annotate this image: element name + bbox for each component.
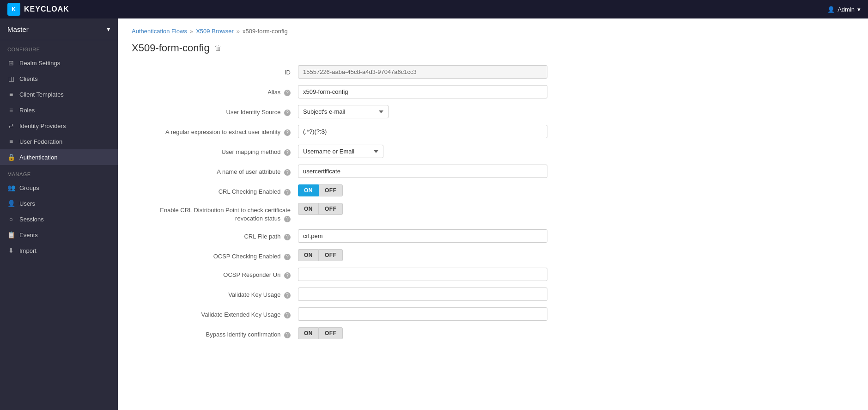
sidebar-item-realm-settings[interactable]: ⊞ Realm Settings [0, 55, 118, 71]
crl-distribution-off-btn[interactable]: OFF [319, 203, 343, 215]
sidebar-item-import[interactable]: ⬇ Import [0, 243, 118, 258]
bypass-identity-control: ON OFF [298, 327, 547, 339]
ocsp-responder-input[interactable] [298, 268, 547, 281]
ocsp-checking-off-btn[interactable]: OFF [319, 249, 343, 261]
regex-row: A regular expression to extract user ide… [132, 125, 547, 138]
id-label: ID [132, 65, 298, 77]
crl-checking-on-btn[interactable]: ON [298, 184, 319, 196]
sidebar-item-clients[interactable]: ◫ Clients [0, 71, 118, 86]
sidebar-item-sessions[interactable]: ○ Sessions [0, 211, 118, 227]
realm-name: Master [7, 25, 29, 33]
sidebar-item-events[interactable]: 📋 Events [0, 227, 118, 243]
alias-help-icon[interactable]: ? [284, 90, 291, 96]
crl-file-path-input[interactable] [298, 229, 547, 243]
delete-icon[interactable]: 🗑 [214, 44, 222, 52]
client-templates-icon: ≡ [7, 91, 15, 98]
authentication-icon: 🔒 [7, 153, 15, 161]
validate-key-usage-help-icon[interactable]: ? [284, 292, 291, 299]
breadcrumb-link-auth-flows[interactable]: Authentication Flows [132, 28, 187, 35]
crl-distribution-label: Enable CRL Distribution Point to check c… [132, 203, 298, 223]
breadcrumb-link-x509-browser[interactable]: X509 Browser [196, 28, 234, 35]
bypass-identity-on-btn[interactable]: ON [298, 327, 319, 339]
crl-checking-off-btn[interactable]: OFF [319, 184, 343, 196]
crl-distribution-row: Enable CRL Distribution Point to check c… [132, 203, 547, 223]
breadcrumb-sep-2: » [237, 28, 240, 35]
alias-control [298, 85, 547, 98]
user-attribute-row: A name of user attribute ? [132, 165, 547, 178]
alias-input[interactable] [298, 85, 547, 98]
sidebar-item-groups[interactable]: 👥 Groups [0, 180, 118, 196]
user-identity-source-help-icon[interactable]: ? [284, 110, 291, 116]
topbar: K KEYCLOAK 👤 Admin ▾ [0, 0, 868, 18]
crl-distribution-on-btn[interactable]: ON [298, 203, 319, 215]
realm-settings-icon: ⊞ [7, 59, 15, 67]
regex-control [298, 125, 547, 138]
validate-key-usage-input[interactable] [298, 288, 547, 301]
crl-file-path-control [298, 229, 547, 243]
validate-key-usage-label: Validate Key Usage ? [132, 288, 298, 299]
bypass-identity-toggle: ON OFF [298, 327, 547, 339]
validate-key-usage-row: Validate Key Usage ? [132, 288, 547, 301]
bypass-identity-row: Bypass identity confirmation ? ON OFF [132, 327, 547, 339]
ocsp-checking-label: OCSP Checking Enabled ? [132, 249, 298, 261]
bypass-identity-off-btn[interactable]: OFF [319, 327, 343, 339]
sidebar: Master ▾ Configure ⊞ Realm Settings ◫ Cl… [0, 18, 118, 410]
user-mapping-method-select[interactable]: Username or Email Custom Attribute Mappe… [298, 145, 383, 158]
ocsp-responder-control [298, 268, 547, 281]
configure-section-label: Configure [0, 40, 118, 55]
ocsp-responder-row: OCSP Responder Uri ? [132, 268, 547, 281]
user-menu[interactable]: 👤 Admin ▾ [827, 6, 861, 13]
crl-checking-row: CRL Checking Enabled ? ON OFF [132, 184, 547, 196]
sidebar-item-label: Client Templates [19, 91, 64, 98]
sidebar-item-label: Realm Settings [19, 60, 60, 67]
user-identity-source-select[interactable]: Subject's e-mail Subject's Common Name S… [298, 105, 388, 118]
user-icon: 👤 [827, 6, 835, 13]
ocsp-checking-row: OCSP Checking Enabled ? ON OFF [132, 249, 547, 261]
sidebar-item-users[interactable]: 👤 Users [0, 196, 118, 211]
user-identity-source-label: User Identity Source ? [132, 105, 298, 116]
sidebar-item-label: Identity Providers [19, 122, 66, 129]
ocsp-checking-help-icon[interactable]: ? [284, 254, 291, 260]
ocsp-checking-on-btn[interactable]: ON [298, 249, 319, 261]
groups-icon: 👥 [7, 184, 15, 191]
sidebar-item-client-templates[interactable]: ≡ Client Templates [0, 86, 118, 102]
realm-selector[interactable]: Master ▾ [0, 18, 118, 40]
breadcrumb-sep-1: » [190, 28, 193, 35]
crl-distribution-help-icon[interactable]: ? [284, 216, 291, 222]
validate-ext-key-help-icon[interactable]: ? [284, 312, 291, 318]
user-label: Admin [838, 6, 855, 13]
user-identity-source-control: Subject's e-mail Subject's Common Name S… [298, 105, 547, 118]
crl-distribution-control: ON OFF [298, 203, 547, 215]
user-attribute-input[interactable] [298, 165, 547, 178]
bypass-identity-help-icon[interactable]: ? [284, 332, 291, 338]
logo-text: KEYCLOAK [24, 5, 69, 13]
content-area: Authentication Flows » X509 Browser » x5… [118, 18, 868, 410]
ocsp-responder-help-icon[interactable]: ? [284, 272, 291, 279]
regex-input[interactable] [298, 125, 547, 138]
validate-ext-key-input[interactable] [298, 307, 547, 321]
breadcrumb-current: x509-form-config [243, 28, 288, 35]
sidebar-item-identity-providers[interactable]: ⇄ Identity Providers [0, 118, 118, 134]
page-title: X509-form-config [132, 42, 210, 54]
crl-checking-help-icon[interactable]: ? [284, 189, 291, 196]
user-attribute-help-icon[interactable]: ? [284, 169, 291, 176]
id-row: ID [132, 65, 547, 79]
user-mapping-method-help-icon[interactable]: ? [284, 149, 291, 156]
crl-checking-label: CRL Checking Enabled ? [132, 184, 298, 196]
user-identity-source-row: User Identity Source ? Subject's e-mail … [132, 105, 547, 118]
sidebar-item-roles[interactable]: ≡ Roles [0, 102, 118, 118]
crl-checking-toggle: ON OFF [298, 184, 547, 196]
regex-help-icon[interactable]: ? [284, 129, 291, 136]
user-mapping-method-control: Username or Email Custom Attribute Mappe… [298, 145, 547, 158]
manage-section-label: Manage [0, 165, 118, 180]
user-mapping-method-label: User mapping method ? [132, 145, 298, 156]
sidebar-item-label: Clients [19, 75, 38, 82]
sidebar-item-user-federation[interactable]: ≡ User Federation [0, 134, 118, 149]
import-icon: ⬇ [7, 247, 15, 254]
sidebar-item-label: Events [19, 232, 38, 239]
validate-ext-key-row: Validate Extended Key Usage ? [132, 307, 547, 321]
crl-file-path-help-icon[interactable]: ? [284, 234, 291, 240]
sidebar-item-label: Import [19, 247, 36, 254]
sidebar-item-authentication[interactable]: 🔒 Authentication [0, 149, 118, 165]
id-input [298, 65, 547, 79]
